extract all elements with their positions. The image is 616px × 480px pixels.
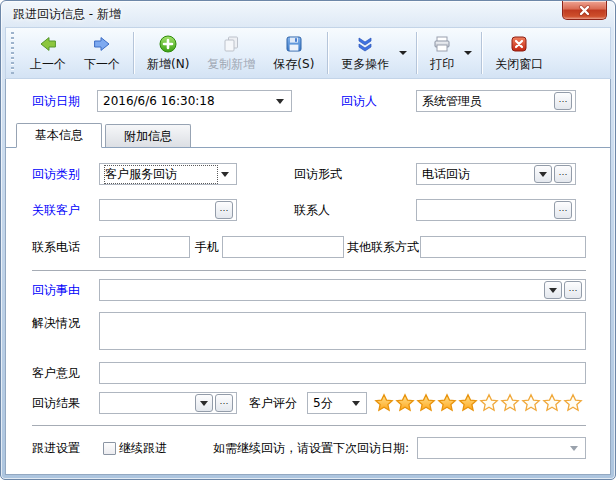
dialog-window: 跟进回访信息 - 新增 上一个 下一个 新增: [0, 0, 616, 480]
section-divider: [32, 425, 586, 426]
visit-category-combo[interactable]: 客户服务回访: [99, 163, 237, 185]
plus-circle-icon: [158, 34, 178, 54]
contact-browse-button[interactable]: …: [554, 201, 572, 219]
copy-icon: [221, 34, 241, 54]
star-empty-icon[interactable]: [542, 393, 562, 413]
next-visit-date-dropdown-arrow[interactable]: [566, 438, 582, 458]
print-dropdown-arrow[interactable]: [464, 51, 472, 55]
more-actions-label: 更多操作: [341, 56, 389, 73]
print-label: 打印: [430, 56, 454, 73]
arrow-right-icon: [92, 34, 112, 54]
continue-follow-label: 继续跟进: [119, 440, 167, 457]
save-label: 保存(S): [273, 56, 314, 73]
new-label: 新增(N): [147, 56, 189, 73]
close-window-button[interactable]: 关闭窗口: [486, 30, 552, 76]
solution-label: 解决情况: [32, 315, 99, 332]
dialog-content: 回访日期 2016/6/6 16:30:18 回访人 系统管理员 … 基本信息 …: [5, 79, 611, 475]
next-visit-date-combo[interactable]: [417, 437, 586, 459]
rating-dropdown-arrow[interactable]: [349, 393, 363, 413]
visit-reason-combo[interactable]: …: [99, 279, 586, 301]
visit-reason-dropdown-button[interactable]: [544, 281, 562, 299]
visitor-label: 回访人: [341, 93, 416, 110]
star-empty-icon[interactable]: [479, 393, 499, 413]
visit-form-value: 电话回访: [422, 166, 532, 183]
visit-date-value: 2016/6/6 16:30:18: [103, 94, 272, 108]
phone-field[interactable]: [99, 236, 190, 258]
tab-basic-info[interactable]: 基本信息: [16, 123, 102, 148]
contact-field[interactable]: …: [416, 199, 576, 221]
visit-result-label: 回访结果: [32, 395, 99, 412]
mobile-input[interactable]: [228, 240, 340, 254]
contact-input[interactable]: [422, 203, 552, 217]
visit-reason-browse-button[interactable]: …: [564, 281, 582, 299]
visit-result-browse-button[interactable]: …: [215, 394, 233, 412]
visit-category-dropdown-arrow[interactable]: [217, 164, 233, 184]
related-customer-field[interactable]: …: [99, 199, 237, 221]
continue-follow-checkbox[interactable]: [103, 442, 116, 455]
other-contact-label: 其他联系方式: [347, 239, 420, 256]
star-empty-icon[interactable]: [521, 393, 541, 413]
more-actions-dropdown-arrow[interactable]: [399, 51, 407, 55]
visit-form-combo[interactable]: 电话回访 …: [416, 163, 576, 185]
visit-form-label: 回访形式: [294, 166, 416, 183]
save-button[interactable]: 保存(S): [264, 30, 323, 76]
toolbar: 上一个 下一个 新增(N) 复制新增 保存(S): [5, 27, 611, 79]
next-button[interactable]: 下一个: [75, 30, 129, 76]
star-filled-icon[interactable]: [416, 393, 436, 413]
related-customer-label: 关联客户: [32, 202, 99, 219]
visit-result-dropdown-button[interactable]: [195, 394, 213, 412]
next-label: 下一个: [84, 56, 120, 73]
rating-stars[interactable]: [374, 393, 583, 413]
customer-opinion-field[interactable]: [99, 362, 586, 384]
mobile-label: 手机: [195, 239, 222, 256]
copy-new-button[interactable]: 复制新增: [198, 30, 264, 76]
toolbar-separator: [327, 32, 328, 74]
window-title: 跟进回访信息 - 新增: [13, 6, 121, 23]
visit-reason-label: 回访事由: [32, 282, 99, 299]
star-filled-icon[interactable]: [458, 393, 478, 413]
mobile-field[interactable]: [222, 236, 344, 258]
tab-additional-info[interactable]: 附加信息: [105, 124, 191, 147]
toolbar-grip[interactable]: [11, 32, 14, 74]
more-actions-button[interactable]: 更多操作: [332, 30, 398, 76]
visitor-browse-button[interactable]: …: [554, 92, 572, 110]
visit-result-combo[interactable]: …: [99, 392, 237, 414]
section-divider: [32, 270, 586, 271]
visit-form-dropdown-button[interactable]: [534, 165, 552, 183]
double-chevron-down-icon: [355, 34, 375, 54]
toolbar-separator: [133, 32, 134, 74]
close-icon: [578, 5, 591, 16]
star-filled-icon[interactable]: [437, 393, 457, 413]
next-date-hint: 如需继续回访，请设置下次回访日期:: [213, 440, 409, 457]
star-filled-icon[interactable]: [374, 393, 394, 413]
visit-category-value: 客户服务回访: [105, 166, 217, 183]
star-empty-icon[interactable]: [563, 393, 583, 413]
red-x-icon: [509, 34, 529, 54]
visit-date-dropdown-arrow[interactable]: [272, 91, 288, 111]
print-button[interactable]: 打印: [421, 30, 463, 76]
rating-combo[interactable]: 5分: [307, 392, 367, 414]
solution-textarea[interactable]: [99, 312, 586, 350]
titlebar-close-button[interactable]: [562, 1, 607, 20]
visit-result-input[interactable]: [105, 396, 193, 410]
new-button[interactable]: 新增(N): [138, 30, 198, 76]
visit-date-combo[interactable]: 2016/6/6 16:30:18: [97, 90, 292, 112]
tabstrip: 基本信息 附加信息: [6, 123, 610, 148]
visit-reason-input[interactable]: [105, 283, 542, 297]
related-customer-input[interactable]: [105, 203, 213, 217]
contact-label: 联系人: [294, 202, 416, 219]
related-customer-browse-button[interactable]: …: [215, 201, 233, 219]
star-empty-icon[interactable]: [500, 393, 520, 413]
visitor-field[interactable]: 系统管理员 …: [416, 90, 576, 112]
previous-button[interactable]: 上一个: [21, 30, 75, 76]
close-window-label: 关闭窗口: [495, 56, 543, 73]
visit-form-browse-button[interactable]: …: [554, 165, 572, 183]
customer-opinion-input[interactable]: [105, 366, 582, 380]
toolbar-separator: [416, 32, 417, 74]
other-contact-input[interactable]: [426, 240, 582, 254]
tab-additional-info-label: 附加信息: [124, 128, 172, 145]
other-contact-field[interactable]: [420, 236, 586, 258]
star-filled-icon[interactable]: [395, 393, 415, 413]
followup-section-label: 跟进设置: [32, 440, 99, 457]
phone-input[interactable]: [105, 240, 186, 254]
